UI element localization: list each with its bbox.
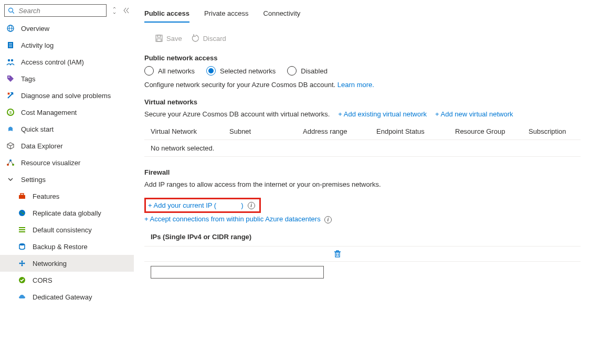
search-row	[0, 4, 134, 20]
sidebar-item-label: Access control (IAM)	[21, 58, 84, 66]
vnet-col-header: Subscription	[529, 127, 591, 135]
sidebar-item-replicate-data-globally[interactable]: Replicate data globally	[0, 205, 134, 221]
vnet-col-header: Endpoint Status	[376, 127, 455, 135]
vnet-table-empty-row: No network selected.	[144, 140, 581, 157]
radio-selected-networks[interactable]: Selected networks	[206, 66, 276, 76]
discard-button[interactable]: Discard	[192, 34, 226, 42]
vnet-col-header: Address range	[303, 127, 376, 135]
save-icon	[155, 34, 163, 42]
learn-more-link[interactable]: Learn more.	[337, 81, 374, 89]
svg-rect-33	[335, 252, 340, 257]
collapse-icon[interactable]	[122, 7, 130, 14]
ip-range-input[interactable]	[151, 266, 324, 279]
settings-group-toggle[interactable]: Settings	[0, 171, 134, 188]
firewall-heading: Firewall	[144, 168, 581, 176]
vnet-table-header: Virtual NetworkSubnetAddress rangeEndpoi…	[144, 123, 581, 140]
svg-point-24	[22, 263, 23, 264]
ips-column-header: IPs (Single IPv4 or CIDR range)	[144, 228, 581, 246]
backup-icon	[18, 242, 26, 251]
tab-connectivity[interactable]: Connectivity	[263, 5, 301, 23]
svg-point-26	[24, 263, 25, 264]
globe-icon	[6, 24, 15, 33]
cube-icon	[6, 142, 15, 150]
toolbar: Save Discard	[144, 29, 581, 52]
sidebar-item-diagnose-and-solve-problems[interactable]: Diagnose and solve problems	[0, 87, 134, 104]
graph-icon	[6, 158, 15, 167]
svg-rect-17	[19, 195, 25, 199]
sidebar-item-activity-log[interactable]: Activity log	[0, 37, 134, 53]
add-existing-vnet-link[interactable]: + Add existing virtual network	[338, 110, 427, 118]
radio-dot	[206, 66, 216, 76]
tab-private-access[interactable]: Private access	[204, 5, 249, 23]
search-input[interactable]	[18, 6, 103, 15]
vnet-actions: Secure your Azure Cosmos DB account with…	[144, 110, 581, 118]
vnet-heading: Virtual networks	[144, 98, 581, 106]
radio-dot	[287, 66, 297, 76]
sidebar-item-quick-start[interactable]: Quick start	[0, 121, 134, 137]
sidebar-item-default-consistency[interactable]: Default consistency	[0, 221, 134, 238]
info-icon[interactable]: i	[324, 216, 332, 223]
sidebar-item-label: Networking	[33, 260, 67, 267]
sidebar-item-data-explorer[interactable]: Data Explorer	[0, 137, 134, 154]
vnet-desc: Secure your Azure Cosmos DB account with…	[144, 110, 330, 118]
save-button[interactable]: Save	[155, 34, 182, 42]
toolbox-icon	[18, 192, 26, 200]
svg-point-23	[19, 243, 25, 245]
sidebar-item-label: Backup & Restore	[33, 243, 88, 251]
tag-icon	[6, 74, 15, 83]
main-content: Public accessPrivate accessConnectivity …	[134, 0, 591, 364]
svg-point-9	[8, 59, 10, 61]
bars-icon	[18, 226, 26, 234]
sidebar-item-overview[interactable]: Overview	[0, 20, 134, 37]
accept-datacenters-link[interactable]: + Accept connections from within public …	[144, 215, 321, 223]
expand-icon[interactable]	[112, 7, 117, 14]
sidebar-item-cors[interactable]: CORS	[0, 272, 134, 288]
sidebar-item-label: Default consistency	[33, 226, 92, 234]
add-new-vnet-link[interactable]: + Add new virtual network	[435, 110, 513, 118]
net-icon	[18, 259, 26, 267]
svg-rect-31	[157, 35, 161, 37]
vnet-col-header: Resource Group	[455, 127, 529, 135]
svg-rect-18	[20, 194, 24, 195]
radio-disabled[interactable]: Disabled	[287, 66, 328, 76]
add-current-ip-post: )	[241, 201, 243, 209]
sidebar-item-resource-visualizer[interactable]: Resource visualizer	[0, 154, 134, 171]
public-access-options: All networksSelected networksDisabled	[144, 66, 581, 76]
sidebar-item-dedicated-gateway[interactable]: Dedicated Gateway	[0, 288, 134, 305]
add-current-ip-link[interactable]: + Add your current IP ( )	[148, 201, 244, 209]
save-label: Save	[166, 35, 182, 42]
sidebar-item-backup-restore[interactable]: Backup & Restore	[0, 238, 134, 255]
sidebar-item-label: Tags	[21, 75, 35, 83]
sidebar-item-label: Activity log	[21, 41, 54, 49]
public-access-heading: Public network access	[144, 54, 581, 62]
trash-icon	[333, 250, 342, 258]
chevron-down-icon	[6, 175, 15, 184]
log-icon	[6, 41, 15, 49]
svg-text:$: $	[9, 110, 12, 115]
firewall-links: + Add your current IP ( ) i + Accept con…	[144, 198, 581, 223]
sidebar-item-features[interactable]: Features	[0, 188, 134, 205]
svg-point-11	[8, 77, 9, 78]
info-icon[interactable]: i	[248, 202, 255, 209]
sidebar-item-label: Overview	[21, 25, 49, 33]
svg-point-0	[9, 8, 13, 12]
sidebar-item-label: Quick start	[21, 125, 54, 133]
delete-ip-button[interactable]	[333, 250, 342, 258]
highlight-box: + Add your current IP ( ) i	[144, 198, 261, 213]
vnet-col-header: Subnet	[229, 127, 303, 135]
search-box[interactable]	[4, 4, 107, 17]
sidebar-item-label: Data Explorer	[21, 142, 62, 150]
discard-label: Discard	[203, 35, 226, 42]
sidebar-item-tags[interactable]: Tags	[0, 70, 134, 87]
vnet-empty-text: No network selected.	[151, 144, 229, 152]
settings-group-label: Settings	[21, 176, 46, 184]
sidebar-item-access-control-iam-[interactable]: Access control (IAM)	[0, 53, 134, 70]
radio-all-networks[interactable]: All networks	[144, 66, 195, 76]
tabs: Public accessPrivate accessConnectivity	[144, 5, 581, 23]
public-access-desc: Configure network security for your Azur…	[144, 81, 581, 89]
tab-public-access[interactable]: Public access	[144, 5, 189, 23]
sidebar-item-cost-management[interactable]: $Cost Management	[0, 104, 134, 121]
sidebar-item-networking[interactable]: Networking	[0, 255, 134, 272]
sidebar-item-label: CORS	[33, 276, 52, 284]
svg-point-10	[11, 59, 13, 61]
